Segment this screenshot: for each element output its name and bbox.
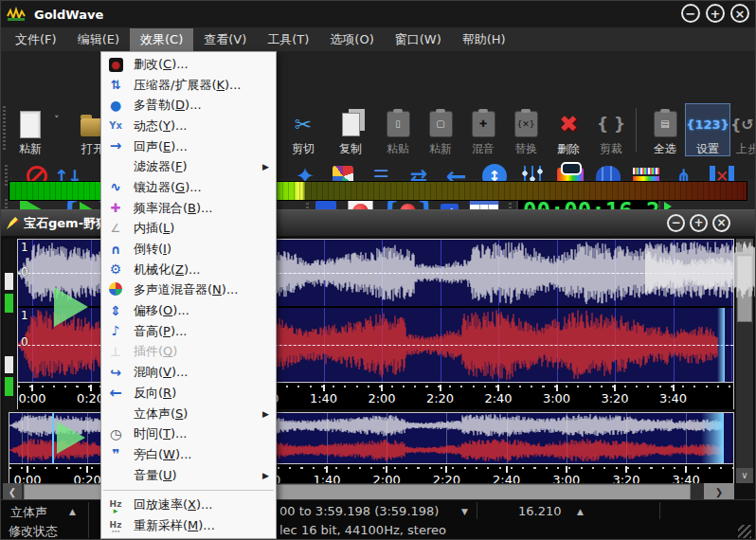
menubar-item[interactable]: 编辑(E) <box>67 28 130 51</box>
menu-item-label: 多普勒(D)... <box>130 97 202 114</box>
mix-button[interactable]: ✚混音 <box>461 104 505 155</box>
menubar-item[interactable]: 查看(V) <box>193 28 257 51</box>
resize-grip[interactable] <box>738 525 751 538</box>
toolbar-button-label: 剪裁 <box>600 142 622 155</box>
menu-item-reverb[interactable]: ↪混响(V)... <box>101 362 276 383</box>
menu-item-label: 插件(Q) <box>130 343 177 360</box>
title-bar: GoldWave − + × <box>1 1 756 27</box>
menu-item-label: 重新采样(M)... <box>130 517 215 534</box>
toolbar-button-label: 设置 <box>696 142 719 155</box>
replace-icon: {✕} <box>514 108 538 140</box>
axis-tick <box>566 466 567 473</box>
menu-item-voice-over[interactable]: ❞旁白(W)... <box>101 444 276 465</box>
menubar-item[interactable]: 窗口(W) <box>385 28 452 51</box>
close-icon[interactable]: × <box>712 214 730 232</box>
edit-mode-status[interactable]: 修改状态 <box>9 523 58 540</box>
menu-item-multichannel-mixer[interactable]: 多声道混音器(N)... <box>101 280 276 301</box>
channel-meter-bar <box>5 356 13 373</box>
menu-item-label: 压缩器/扩展器(K)... <box>130 77 241 94</box>
menu-item-filter[interactable]: 滤波器(F)▶ <box>101 156 276 177</box>
window-controls: − + × <box>681 4 749 23</box>
menu-item-volume[interactable]: 音量(U)▶ <box>101 465 276 486</box>
paste-button[interactable]: ▯粘贴 <box>376 104 420 155</box>
window-title: GoldWave <box>34 8 103 22</box>
paste-new-icon: ▢ <box>429 108 453 140</box>
menubar-item[interactable]: 效果(C) <box>130 28 193 51</box>
selection-range-status: 00 to 3:59.198 (3:59.198) <box>279 504 439 518</box>
format-status: lec 16 bit, 44100Hz, stereo <box>279 523 446 537</box>
menubar-item[interactable]: 工具(T) <box>257 28 319 51</box>
interpolate-icon: ∠ <box>101 222 130 236</box>
toolbar-separator <box>636 108 637 152</box>
selection-edge <box>701 413 724 463</box>
menu-item-label: 音高(P)... <box>130 323 187 340</box>
channel-mode-status[interactable]: 立体声 <box>10 504 47 521</box>
scroll-down-icon[interactable]: ∨ <box>736 468 753 483</box>
menu-item-frequency-blend[interactable]: ✚频率混合(B)... <box>101 198 276 219</box>
multichannel-mixer-icon <box>101 282 130 298</box>
time-tick-label: 2:40 <box>484 391 512 405</box>
maximize-icon[interactable]: + <box>706 4 725 23</box>
minimize-icon[interactable]: − <box>681 4 700 23</box>
close-icon[interactable]: × <box>730 4 749 23</box>
replace-button[interactable]: {✕}替换 <box>504 104 548 155</box>
menu-item-plugin: ⊥插件(Q) <box>101 342 276 363</box>
toolbar-grip[interactable] <box>3 106 6 152</box>
chevron-down-icon[interactable]: ˅ <box>54 114 60 126</box>
menu-item-time[interactable]: ◷时间(T)... <box>101 423 276 444</box>
menu-item-compressor-expander[interactable]: ⇅压缩器/扩展器(K)... <box>101 75 276 96</box>
chevron-up-icon[interactable]: ▲ <box>577 507 584 516</box>
axis-tick <box>673 385 675 391</box>
undo-step-icon: {↺} <box>730 108 756 140</box>
menu-item-label: 滤波器(F) <box>130 158 188 175</box>
menu-item-stereo[interactable]: 立体声(S)▶ <box>101 404 276 424</box>
menu-item-label: 反向(R) <box>130 385 176 402</box>
menu-item-doppler[interactable]: ●多普勒(D)... <box>101 95 276 116</box>
chevron-up-icon[interactable]: ▲ <box>69 507 76 516</box>
menu-item-dynamics[interactable]: Yx动态(Y)... <box>101 116 276 136</box>
menu-item-censor[interactable]: ●删改(C)... <box>101 54 276 75</box>
goldwave-window: GoldWave − + × 文件(F)编辑(E)效果(C)查看(V)工具(T)… <box>0 0 756 540</box>
toolbar-button-label: 混音 <box>472 142 495 155</box>
paste-new-button[interactable]: ▢粘新 <box>419 104 462 155</box>
copy-icon <box>342 108 360 140</box>
time-icon: ◷ <box>101 427 130 441</box>
chevron-down-icon[interactable]: ▼ <box>461 507 468 516</box>
submenu-arrow-icon: ▶ <box>262 162 269 171</box>
time-tick-label: 2:00 <box>368 391 395 405</box>
set-marker-button[interactable]: {123}设置 <box>686 104 729 155</box>
menu-item-playback-rate[interactable]: Hz▸回放速率(X)... <box>101 495 276 515</box>
time-tick-label: 2:20 <box>426 391 454 405</box>
menu-item-label: 多声道混音器(N)... <box>130 281 238 298</box>
menu-item-mechanize[interactable]: ⚙机械化(Z)... <box>101 260 276 280</box>
menu-item-reverse[interactable]: ←反向(R) <box>101 383 276 404</box>
trim-button[interactable]: { }剪裁 <box>589 104 633 155</box>
select-all-button[interactable]: ▤全选 <box>643 104 687 155</box>
menu-item-invert[interactable]: ∩倒转(I) <box>101 239 276 260</box>
menu-item-resample[interactable]: Hz⋯重新采样(M)... <box>101 515 276 536</box>
reverb-icon: ↪ <box>101 366 130 380</box>
undo-step-button[interactable]: {↺}上步 <box>726 104 756 155</box>
time-tick-label: 3:40 <box>659 391 687 405</box>
menubar-item[interactable]: 文件(F) <box>5 28 67 51</box>
axis-tick <box>326 466 328 473</box>
channel-meter-bar <box>5 377 13 396</box>
new-file-button[interactable]: 粘新 <box>9 104 52 155</box>
delete-button[interactable]: ✖删除 <box>547 104 590 155</box>
toolbar-grip[interactable] <box>5 165 8 188</box>
amplitude-label: 1 <box>21 241 28 254</box>
menu-item-offset[interactable]: ⇕偏移(O)... <box>101 300 276 321</box>
axis-tick <box>386 466 387 473</box>
compressor-expander-icon: ⇅ <box>101 78 130 92</box>
menu-item-flanger[interactable]: ∿镶边器(G)... <box>101 177 276 198</box>
menu-item-echo[interactable]: →回声(E)... <box>101 136 276 157</box>
copy-button[interactable]: 复制 <box>329 104 372 155</box>
cut-button[interactable]: ✂剪切 <box>281 104 325 155</box>
menubar-item[interactable]: 帮助(H) <box>452 28 516 51</box>
menu-item-pitch[interactable]: ♪音高(P)... <box>101 321 276 342</box>
menubar-item[interactable]: 选项(O) <box>319 28 384 51</box>
doppler-icon: ● <box>101 99 130 113</box>
maximize-icon[interactable]: + <box>690 214 708 232</box>
minimize-icon[interactable]: − <box>667 214 685 232</box>
menu-item-interpolate[interactable]: ∠内插(L) <box>101 219 276 240</box>
